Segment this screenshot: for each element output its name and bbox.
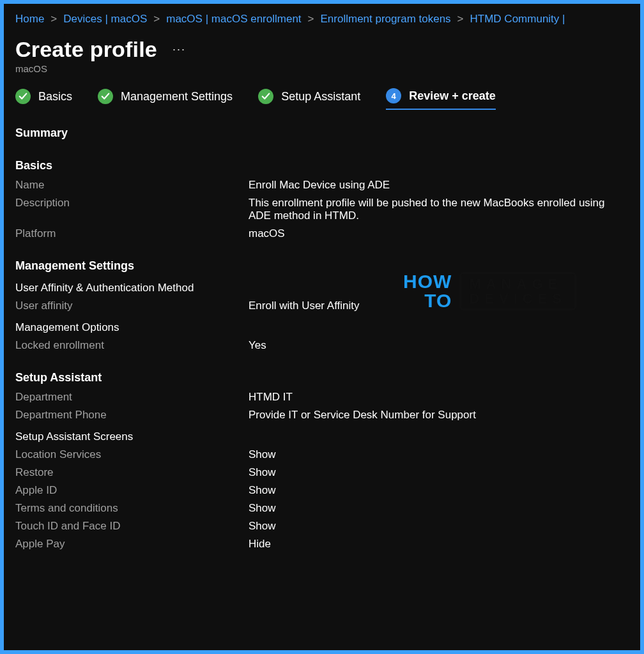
kv-row: Locked enrollment Yes <box>15 339 629 352</box>
kv-value: Provide IT or Service Desk Number for Su… <box>249 409 629 422</box>
step-management-settings[interactable]: Management Settings <box>98 89 233 109</box>
kv-value: Show <box>249 502 629 515</box>
kv-row: Restore Show <box>15 466 629 479</box>
page-title: Create profile <box>15 37 157 62</box>
kv-value: Enroll Mac Device using ADE <box>249 179 629 192</box>
app-frame: Home > Devices | macOS > macOS | macOS e… <box>4 4 640 650</box>
kv-key: Department Phone <box>15 409 249 422</box>
kv-row: Description This enrollment profile will… <box>15 197 629 222</box>
kv-value: Enroll with User Affinity <box>249 300 629 312</box>
kv-row: Terms and conditions Show <box>15 502 629 515</box>
step-label: Management Settings <box>121 90 233 103</box>
kv-value: Show <box>249 520 629 533</box>
step-basics[interactable]: Basics <box>15 89 72 109</box>
check-icon <box>15 89 31 104</box>
kv-row: Department Phone Provide IT or Service D… <box>15 409 629 422</box>
page-title-row: Create profile ··· <box>15 37 629 62</box>
kv-key: Apple Pay <box>15 538 249 551</box>
kv-value: macOS <box>249 227 629 240</box>
kv-row: Location Services Show <box>15 448 629 461</box>
check-icon <box>98 89 113 104</box>
kv-row: Department HTMD IT <box>15 391 629 404</box>
kv-value: Hide <box>249 538 629 551</box>
kv-value: This enrollment profile will be pushed t… <box>249 197 629 222</box>
step-review-create[interactable]: 4 Review + create <box>386 88 496 110</box>
subsection-user-affinity: User Affinity & Authentication Method <box>15 282 629 294</box>
breadcrumb-item[interactable]: Enrollment program tokens <box>321 13 451 26</box>
wizard-steps: Basics Management Settings Setup Assista… <box>15 88 629 110</box>
kv-value: Yes <box>249 339 629 352</box>
section-mgmt-heading: Management Settings <box>15 259 629 273</box>
kv-row: Apple Pay Hide <box>15 538 629 551</box>
step-label: Setup Assistant <box>281 90 360 103</box>
step-label: Basics <box>38 90 72 103</box>
kv-value: Show <box>249 466 629 479</box>
breadcrumb: Home > Devices | macOS > macOS | macOS e… <box>15 9 629 26</box>
kv-value: Show <box>249 448 629 461</box>
page-subtitle: macOS <box>15 63 629 74</box>
kv-key: Terms and conditions <box>15 502 249 515</box>
kv-row: Name Enroll Mac Device using ADE <box>15 179 629 192</box>
kv-key: Location Services <box>15 448 249 461</box>
chevron-right-icon: > <box>308 13 314 26</box>
kv-row: Apple ID Show <box>15 484 629 497</box>
kv-key: Restore <box>15 466 249 479</box>
kv-key: Name <box>15 179 249 192</box>
subsection-mgmt-options: Management Options <box>15 321 629 334</box>
kv-key: Locked enrollment <box>15 339 249 352</box>
kv-key: Touch ID and Face ID <box>15 520 249 533</box>
breadcrumb-item[interactable]: Home <box>15 13 44 26</box>
step-number-badge: 4 <box>386 88 401 103</box>
kv-key: Platform <box>15 227 249 240</box>
breadcrumb-item[interactable]: HTMD Community | <box>470 13 565 26</box>
chevron-right-icon: > <box>50 13 57 26</box>
breadcrumb-item[interactable]: Devices | macOS <box>63 13 147 26</box>
section-basics-heading: Basics <box>15 159 629 172</box>
chevron-right-icon: > <box>457 13 464 26</box>
kv-row: Touch ID and Face ID Show <box>15 520 629 533</box>
kv-row: Platform macOS <box>15 227 629 240</box>
kv-key: Description <box>15 197 249 209</box>
subsection-setup-screens: Setup Assistant Screens <box>15 430 629 443</box>
kv-row: User affinity Enroll with User Affinity <box>15 300 629 312</box>
step-setup-assistant[interactable]: Setup Assistant <box>258 89 360 109</box>
kv-key: Department <box>15 391 249 404</box>
summary-heading: Summary <box>15 126 629 140</box>
kv-key: Apple ID <box>15 484 249 497</box>
kv-value: Show <box>249 484 629 497</box>
more-actions-button[interactable]: ··· <box>172 43 186 56</box>
kv-value: HTMD IT <box>249 391 629 404</box>
chevron-right-icon: > <box>153 13 160 26</box>
check-icon <box>258 89 273 104</box>
step-label: Review + create <box>409 89 496 103</box>
breadcrumb-item[interactable]: macOS | macOS enrollment <box>166 13 301 26</box>
kv-key: User affinity <box>15 300 249 312</box>
section-setup-heading: Setup Assistant <box>15 371 629 384</box>
